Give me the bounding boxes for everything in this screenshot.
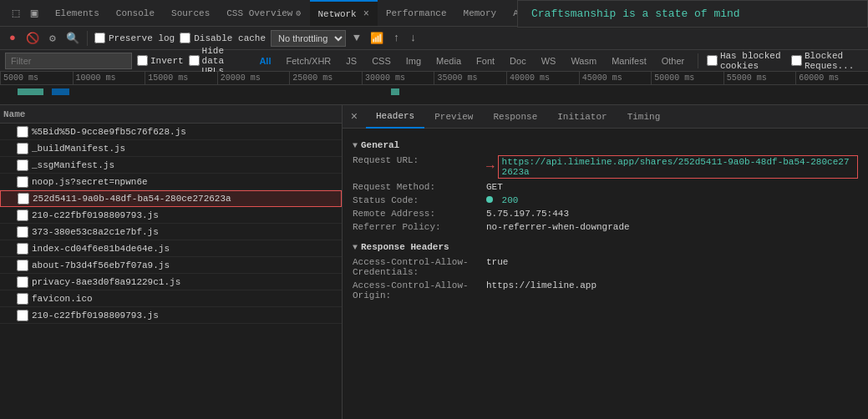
detail-close-button[interactable]: ×: [343, 105, 366, 129]
request-name-8: about-7b3d4f56eb7f07a9.js: [32, 260, 338, 270]
tab-elements[interactable]: Elements: [47, 0, 108, 27]
detail-tab-response[interactable]: Response: [483, 105, 547, 129]
access-control-credentials-row: Access-Control-Allow-Credentials: true: [353, 255, 858, 279]
request-item-7[interactable]: index-cd04f6e81b4de64e.js: [0, 240, 342, 257]
blocked-requests-checkbox[interactable]: [791, 55, 802, 66]
response-headers-toggle: ▼: [353, 243, 358, 252]
request-item-6[interactable]: 373-380e53c8a2c1e7bf.js: [0, 224, 342, 240]
filter-icon[interactable]: ⚙: [45, 31, 60, 46]
request-checkbox-1[interactable]: [17, 143, 28, 154]
request-item-11[interactable]: 210-c22fbf0198809793.js: [0, 307, 342, 324]
request-checkbox-9[interactable]: [17, 276, 28, 288]
request-checkbox-5[interactable]: [17, 210, 28, 221]
request-name-7: index-cd04f6e81b4de64e.js: [32, 244, 338, 254]
request-item-3[interactable]: noop.js?secret=npwn6e: [0, 174, 342, 190]
timeline-ruler: 5000 ms 10000 ms 15000 ms 20000 ms 25000…: [0, 72, 868, 85]
request-item-0[interactable]: %5Bid%5D-9cc8e9fb5c76f628.js: [0, 124, 342, 140]
request-checkbox-8[interactable]: [17, 260, 28, 271]
request-item-2[interactable]: _ssgManifest.js: [0, 157, 342, 174]
tab-console[interactable]: Console: [108, 0, 163, 27]
hide-data-urls-checkbox[interactable]: [189, 55, 200, 66]
tick-45000: 45000 ms: [579, 72, 652, 84]
filter-font-btn[interactable]: Font: [471, 55, 500, 67]
request-checkbox-6[interactable]: [17, 226, 28, 238]
filter-css-btn[interactable]: CSS: [367, 55, 396, 67]
detail-tab-timing[interactable]: Timing: [617, 105, 671, 129]
request-checkbox-4[interactable]: [18, 193, 29, 204]
filter-img-btn[interactable]: Img: [401, 55, 426, 67]
tick-15000: 15000 ms: [145, 72, 217, 84]
filter-ws-btn[interactable]: WS: [536, 55, 561, 67]
request-item-10[interactable]: favicon.ico: [0, 290, 342, 307]
disable-cache-label[interactable]: Disable cache: [180, 33, 266, 43]
request-checkbox-10[interactable]: [17, 293, 28, 305]
wifi-icon[interactable]: 📶: [368, 32, 386, 45]
preserve-log-checkbox[interactable]: [94, 33, 105, 43]
status-code-key: Status Code:: [353, 195, 486, 205]
disable-cache-checkbox[interactable]: [180, 33, 190, 43]
tick-50000: 50000 ms: [651, 72, 723, 84]
filter-manifest-btn[interactable]: Manifest: [607, 55, 652, 67]
access-control-credentials-value: true: [486, 257, 858, 277]
waterfall-bar-1: [18, 88, 43, 95]
inspect-icon[interactable]: ⬚: [8, 6, 23, 21]
throttle-select[interactable]: No throttling Fast 3G Slow 3G Offline: [271, 30, 346, 47]
arrow-indicator: →: [486, 159, 495, 174]
tab-performance[interactable]: Performance: [378, 0, 455, 27]
request-url-value[interactable]: https://api.limeline.app/shares/252d5411…: [498, 155, 858, 179]
tick-35000: 35000 ms: [434, 72, 506, 84]
status-code-row: Status Code: 200: [353, 194, 858, 207]
filter-doc-btn[interactable]: Doc: [505, 55, 531, 67]
filter-fetchxhr-btn[interactable]: Fetch/XHR: [281, 55, 336, 67]
detail-tab-headers[interactable]: Headers: [366, 105, 424, 129]
tab-css-overview[interactable]: CSS Overview ⚙: [218, 0, 309, 27]
tab-sources[interactable]: Sources: [163, 0, 218, 27]
has-blocked-cookies-label[interactable]: Has blocked cookies: [707, 51, 786, 71]
request-method-row: Request Method: GET: [353, 180, 858, 194]
tick-30000: 30000 ms: [362, 72, 434, 84]
filter-all-btn[interactable]: All: [254, 55, 276, 67]
tick-40000: 40000 ms: [506, 72, 579, 84]
filter-separator: [698, 53, 698, 68]
record-button[interactable]: ●: [5, 31, 20, 46]
css-overview-icon: ⚙: [296, 8, 301, 18]
detail-tab-preview[interactable]: Preview: [424, 105, 483, 129]
device-icon[interactable]: ▣: [27, 6, 42, 21]
tab-network[interactable]: Network ×: [310, 0, 378, 27]
network-tab-close[interactable]: ×: [363, 8, 369, 20]
detail-tab-initiator[interactable]: Initiator: [547, 105, 617, 129]
download-icon[interactable]: ↓: [408, 32, 419, 44]
general-section-header[interactable]: ▼ General: [353, 140, 858, 150]
request-name-0: %5Bid%5D-9cc8e9fb5c76f628.js: [32, 127, 338, 137]
filter-js-btn[interactable]: JS: [341, 55, 362, 67]
filter-other-btn[interactable]: Other: [657, 55, 690, 67]
request-item-9[interactable]: privacy-8ae3d0f8a91229c1.js: [0, 274, 342, 290]
request-checkbox-7[interactable]: [17, 243, 28, 255]
request-item-4[interactable]: 252d5411-9a0b-48df-ba54-280ce272623a: [0, 190, 342, 207]
request-checkbox-2[interactable]: [17, 159, 28, 171]
blocked-requests-label[interactable]: Blocked Reques...: [791, 51, 863, 71]
response-headers-section-header[interactable]: ▼ Response Headers: [353, 242, 858, 252]
tab-memory[interactable]: Memory: [455, 0, 505, 27]
detail-tabs: × Headers Preview Response Initiator Tim…: [343, 105, 868, 129]
has-blocked-cookies-checkbox[interactable]: [707, 55, 718, 66]
import-button[interactable]: ▼: [351, 32, 363, 44]
request-checkbox-0[interactable]: [17, 126, 28, 138]
request-checkbox-11[interactable]: [17, 310, 28, 321]
filter-media-btn[interactable]: Media: [431, 55, 466, 67]
filter-wasm-btn[interactable]: Wasm: [566, 55, 602, 67]
request-name-6: 373-380e53c8a2c1e7bf.js: [32, 227, 338, 237]
request-item-8[interactable]: about-7b3d4f56eb7f07a9.js: [0, 257, 342, 274]
clear-button[interactable]: 🚫: [25, 31, 40, 46]
filter-input[interactable]: [5, 53, 132, 69]
invert-checkbox[interactable]: [137, 55, 148, 66]
upload-icon[interactable]: ↑: [391, 32, 403, 44]
invert-label[interactable]: Invert: [137, 55, 184, 66]
request-checkbox-3[interactable]: [17, 176, 28, 188]
request-name-2: _ssgManifest.js: [32, 160, 338, 170]
search-button[interactable]: 🔍: [65, 31, 80, 46]
request-item-1[interactable]: _buildManifest.js: [0, 140, 342, 157]
general-section-toggle: ▼: [353, 141, 358, 150]
request-item-5[interactable]: 210-c22fbf0198809793.js: [0, 207, 342, 224]
preserve-log-label[interactable]: Preserve log: [94, 33, 175, 43]
